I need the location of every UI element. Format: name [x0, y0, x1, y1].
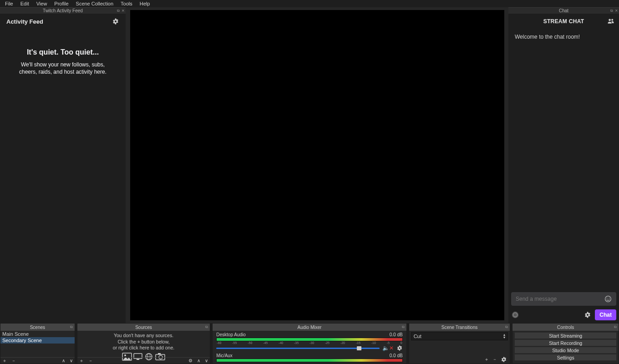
menu-scene-collection[interactable]: Scene Collection	[72, 0, 117, 7]
svg-point-2	[609, 298, 610, 299]
controls-dock: Controls ⧉ Start Streaming Start Recordi…	[512, 323, 619, 364]
menu-bar: File Edit View Profile Scene Collection …	[0, 0, 619, 7]
scene-transitions-dock: Scene Transitions ⧉ Cut ▴▾ ＋ －	[409, 323, 511, 364]
settings-button[interactable]: Settings	[514, 354, 617, 361]
popout-icon[interactable]: ⧉	[205, 325, 208, 329]
add-scene-button[interactable]: ＋	[2, 358, 7, 364]
popout-icon[interactable]: ⧉	[402, 325, 405, 329]
add-source-button[interactable]: ＋	[79, 358, 84, 364]
svg-rect-13	[158, 353, 161, 354]
activity-feed-dock-label: Twitch Activity Feed	[43, 8, 83, 13]
source-properties-icon[interactable]: ⚙	[188, 358, 193, 363]
sources-dock: Sources ⧉ You don't have any sources. Cl…	[77, 323, 211, 364]
remove-transition-button[interactable]: －	[492, 356, 497, 363]
chat-messages: Welcome to the chat room!	[508, 29, 619, 290]
remove-scene-button[interactable]: －	[11, 358, 16, 364]
channel-points-icon[interactable]	[511, 311, 519, 319]
activity-feed-panel: Twitch Activity Feed ⧉ ✕ Activity Feed I…	[0, 7, 126, 323]
mixer-dock-title[interactable]: Audio Mixer ⧉	[213, 324, 406, 331]
scenes-dock: Scenes ⧉ Main Scene Secondary Scene ＋ － …	[0, 323, 75, 364]
move-up-icon[interactable]: ∧	[197, 358, 200, 363]
audio-meter	[216, 359, 402, 362]
menu-file[interactable]: File	[1, 0, 17, 7]
preview-panel	[126, 7, 508, 323]
dropdown-spinner-icon[interactable]: ▴▾	[503, 334, 505, 339]
controls-dock-title[interactable]: Controls ⧉	[512, 324, 619, 331]
audio-meter: -60-55-50-45-40-35-30-25-20-15-10-50	[216, 338, 402, 341]
mixer-channel: Desktop Audio 0.0 dB -60-55-50-45-40-35-…	[216, 332, 402, 351]
channel-db: 0.0 dB	[390, 332, 403, 337]
chat-input-box	[511, 292, 616, 306]
chat-send-button[interactable]: Chat	[595, 309, 616, 320]
activity-feed-title: Activity Feed	[6, 18, 43, 25]
move-down-icon[interactable]: ∨	[70, 358, 73, 363]
volume-slider[interactable]	[216, 348, 379, 349]
gear-icon[interactable]	[112, 18, 119, 25]
chat-dock-title[interactable]: Chat ⧉ ✕	[508, 7, 619, 14]
close-icon[interactable]: ✕	[614, 9, 618, 13]
svg-point-1	[607, 298, 608, 299]
channel-db: 0.0 dB	[390, 353, 403, 358]
chat-panel: Chat ⧉ ✕ STREAM CHAT Welcome to the chat…	[508, 7, 619, 323]
chat-input[interactable]	[516, 296, 604, 302]
menu-tools[interactable]: Tools	[117, 0, 136, 7]
users-icon[interactable]	[607, 18, 614, 25]
transitions-dock-title[interactable]: Scene Transitions ⧉	[409, 324, 510, 331]
close-icon[interactable]: ✕	[121, 9, 125, 13]
start-streaming-button[interactable]: Start Streaming	[514, 332, 617, 339]
popout-icon[interactable]: ⧉	[614, 325, 617, 329]
emote-picker-icon[interactable]	[604, 295, 612, 303]
channel-settings-icon[interactable]	[396, 345, 403, 351]
menu-edit[interactable]: Edit	[17, 0, 33, 7]
activity-feed-headline: It's quiet. Too quiet...	[9, 48, 117, 56]
audio-mixer-dock: Audio Mixer ⧉ Desktop Audio 0.0 dB -60-5…	[212, 323, 406, 364]
transition-selected-label: Cut	[414, 334, 421, 339]
activity-feed-dock-title[interactable]: Twitch Activity Feed ⧉ ✕	[0, 7, 126, 14]
scenes-list: Main Scene Secondary Scene	[0, 331, 75, 344]
popout-icon[interactable]: ⧉	[610, 9, 614, 13]
scene-item[interactable]: Main Scene	[0, 331, 75, 337]
svg-point-0	[605, 296, 611, 302]
popout-icon[interactable]: ⧉	[70, 325, 73, 329]
svg-point-6	[124, 354, 126, 356]
menu-help[interactable]: Help	[136, 0, 154, 7]
add-transition-button[interactable]: ＋	[484, 356, 489, 363]
chat-dock-label: Chat	[559, 8, 568, 13]
start-recording-button[interactable]: Start Recording	[514, 339, 617, 346]
activity-feed-subtext: We'll show your new follows, subs, cheer…	[9, 61, 117, 76]
popout-icon[interactable]: ⧉	[505, 325, 508, 329]
channel-name: Mic/Aux	[216, 353, 233, 358]
studio-mode-button[interactable]: Studio Mode	[514, 347, 617, 354]
sources-empty-message: You don't have any sources. Click the + …	[77, 331, 210, 351]
menu-profile[interactable]: Profile	[51, 0, 72, 7]
chat-settings-icon[interactable]	[584, 311, 591, 318]
preview-canvas[interactable]	[130, 10, 504, 320]
remove-source-button[interactable]: －	[88, 358, 93, 364]
mixer-channel: Mic/Aux 0.0 dB	[216, 353, 402, 362]
chat-welcome-message: Welcome to the chat room!	[515, 34, 580, 40]
channel-name: Desktop Audio	[216, 332, 246, 337]
stream-chat-title: STREAM CHAT	[543, 18, 584, 25]
transition-select[interactable]: Cut ▴▾	[411, 332, 508, 340]
move-up-icon[interactable]: ∧	[62, 358, 65, 363]
scene-item[interactable]: Secondary Scene	[0, 337, 75, 344]
move-down-icon[interactable]: ∨	[205, 358, 208, 363]
scenes-dock-title[interactable]: Scenes ⧉	[0, 324, 75, 331]
sources-dock-title[interactable]: Sources ⧉	[77, 324, 210, 331]
mute-icon[interactable]: 🔈✕	[382, 345, 394, 351]
popout-icon[interactable]: ⧉	[117, 9, 120, 13]
menu-view[interactable]: View	[33, 0, 51, 7]
transition-settings-icon[interactable]	[501, 356, 507, 363]
